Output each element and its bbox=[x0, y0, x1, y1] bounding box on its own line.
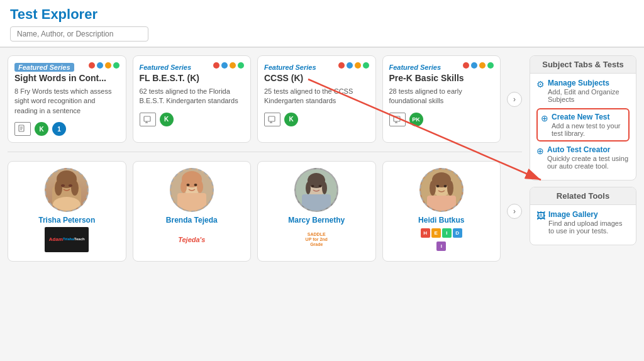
create-new-test-link[interactable]: ⊕ Create New Test Add a new test to your… bbox=[541, 113, 625, 137]
svg-point-31 bbox=[194, 184, 197, 186]
svg-point-38 bbox=[311, 185, 314, 187]
svg-point-39 bbox=[319, 185, 322, 187]
gear-icon: ⚙ bbox=[536, 79, 545, 89]
manage-subjects-label: Manage Subjects bbox=[548, 79, 630, 87]
svg-point-29 bbox=[197, 181, 203, 193]
doc-icon-1 bbox=[14, 122, 31, 136]
auto-test-creator-link[interactable]: ⊕ Auto Test Creator Quickly create a tes… bbox=[536, 145, 630, 170]
svg-point-44 bbox=[430, 181, 436, 196]
card-title-1: Sight Words in Cont... bbox=[14, 73, 119, 83]
badge-k-3: K bbox=[284, 113, 298, 126]
badge-k-2: K bbox=[160, 113, 174, 126]
svg-rect-12 bbox=[394, 116, 400, 121]
person-name-4: Heidi Butkus bbox=[418, 216, 464, 225]
card-title-3: CCSS (K) bbox=[264, 73, 369, 83]
featured-label-1: Featured Series bbox=[14, 63, 74, 72]
person-card-2: Brenda Tejeda Tejeda's bbox=[133, 161, 252, 262]
badge-1-1: 1 bbox=[52, 122, 66, 136]
avatar-trisha bbox=[45, 168, 89, 212]
card-desc-3: 25 tests aligned to the CCSS Kindergarte… bbox=[264, 87, 369, 106]
person-name-2: Brenda Tejeda bbox=[166, 216, 218, 225]
svg-point-24 bbox=[69, 184, 72, 187]
doc-icon-4 bbox=[389, 113, 406, 126]
featured-card-4: Featured Series Pre-K Basic Skills 28 te… bbox=[382, 55, 501, 143]
svg-point-45 bbox=[447, 181, 453, 196]
sidebar: Subject Tabs & Tests ⚙ Manage Subjects A… bbox=[530, 55, 636, 351]
svg-point-28 bbox=[180, 181, 187, 193]
create-new-test-box: ⊕ Create New Test Add a new test to your… bbox=[536, 108, 630, 142]
featured-card-2: Featured Series FL B.E.S.T. (K) 62 tests… bbox=[133, 55, 252, 143]
color-dots-1 bbox=[89, 62, 119, 69]
featured-label-3: Featured Series bbox=[264, 64, 316, 71]
avatar-brenda bbox=[170, 168, 214, 212]
person-name-3: Marcy Bernethy bbox=[288, 216, 345, 225]
featured-card-1: Featured Series Sight Words in Cont... 8… bbox=[8, 55, 126, 143]
card-title-2: FL B.E.S.T. (K) bbox=[140, 73, 245, 83]
image-gallery-link[interactable]: 🖼 Image Gallery Find and upload images t… bbox=[536, 210, 630, 235]
auto-creator-label: Auto Test Creator bbox=[547, 145, 630, 154]
card-title-4: Pre-K Basic Skills bbox=[389, 73, 494, 83]
svg-rect-9 bbox=[269, 116, 275, 121]
person-card-1: Trisha Peterson Adam Trisha Teach bbox=[8, 161, 126, 262]
color-dots-2 bbox=[213, 62, 244, 69]
doc-icon-3 bbox=[264, 113, 280, 126]
section-divider bbox=[8, 152, 522, 152]
subject-tabs-box: Subject Tabs & Tests ⚙ Manage Subjects A… bbox=[530, 55, 636, 181]
doc-icon-2 bbox=[140, 113, 156, 126]
svg-rect-40 bbox=[302, 194, 331, 211]
carousel-next-button[interactable]: › bbox=[507, 92, 522, 107]
svg-point-37 bbox=[322, 182, 327, 194]
svg-point-30 bbox=[186, 184, 189, 186]
svg-point-21 bbox=[55, 181, 62, 196]
card-footer-1: K 1 bbox=[14, 122, 119, 136]
page-title: Test Explorer bbox=[10, 6, 634, 23]
related-tools-header: Related Tools bbox=[530, 187, 636, 205]
image-gallery-label: Image Gallery bbox=[548, 210, 630, 219]
color-dots-3 bbox=[338, 62, 369, 69]
featured-label-4: Featured Series bbox=[389, 64, 441, 71]
auto-creator-sub: Quickly create a test using our auto cre… bbox=[547, 155, 630, 170]
search-input[interactable] bbox=[10, 26, 148, 42]
person-card-3: Marcy Bernethy SADDLEUP for 2ndGrade bbox=[257, 161, 376, 262]
svg-rect-32 bbox=[177, 193, 206, 211]
featured-label-2: Featured Series bbox=[140, 64, 192, 71]
card-desc-4: 28 tests aligned to early foundational s… bbox=[389, 87, 494, 106]
person-logo-3: SADDLEUP for 2ndGrade bbox=[294, 227, 338, 252]
card-footer-3: K bbox=[264, 113, 369, 126]
person-logo-4: H E I D I bbox=[419, 227, 464, 252]
image-gallery-sub: Find and upload images to use in your te… bbox=[548, 219, 630, 235]
create-test-sub: Add a new test to your test library. bbox=[552, 122, 625, 137]
svg-point-22 bbox=[71, 181, 79, 196]
badge-pk-4: PK bbox=[409, 113, 423, 126]
featured-card-3: Featured Series CCSS (K) 25 tests aligne… bbox=[257, 55, 376, 143]
manage-subjects-link[interactable]: ⚙ Manage Subjects Add, Edit and Organize… bbox=[536, 79, 630, 103]
person-logo-1: Adam Trisha Teach bbox=[45, 227, 89, 252]
card-footer-2: K bbox=[140, 113, 245, 126]
card-desc-1: 8 Fry Words tests which assess sight wor… bbox=[14, 87, 119, 116]
svg-rect-6 bbox=[144, 116, 150, 121]
create-test-label: Create New Test bbox=[552, 113, 625, 121]
related-tools-content: 🖼 Image Gallery Find and upload images t… bbox=[530, 205, 636, 245]
card-footer-4: PK bbox=[389, 113, 494, 126]
svg-point-36 bbox=[306, 182, 311, 194]
person-logo-2: Tejeda's bbox=[170, 227, 214, 252]
image-icon: 🖼 bbox=[536, 211, 545, 221]
plus-circle-icon: ⊕ bbox=[541, 113, 548, 123]
avatar-marcy bbox=[294, 168, 338, 212]
plus-circle-icon-2: ⊕ bbox=[536, 146, 544, 156]
svg-rect-48 bbox=[427, 196, 456, 211]
person-card-4: Heidi Butkus H E I D I bbox=[382, 161, 501, 262]
related-tools-box: Related Tools 🖼 Image Gallery Find and u… bbox=[530, 187, 636, 245]
svg-point-46 bbox=[436, 185, 439, 187]
carousel-next-button-bottom[interactable]: › bbox=[507, 204, 522, 219]
subject-tabs-content: ⚙ Manage Subjects Add, Edit and Organize… bbox=[530, 74, 636, 180]
person-name-1: Trisha Peterson bbox=[38, 216, 95, 225]
color-dots-4 bbox=[463, 62, 494, 69]
svg-point-47 bbox=[443, 185, 447, 187]
avatar-heidi bbox=[419, 168, 464, 212]
subject-tabs-header: Subject Tabs & Tests bbox=[530, 56, 636, 74]
badge-k-1: K bbox=[35, 122, 48, 136]
manage-subjects-sub: Add, Edit and Organize Subjects bbox=[548, 88, 630, 103]
svg-point-23 bbox=[61, 184, 65, 187]
card-desc-2: 62 tests aligned to the Florida B.E.S.T.… bbox=[140, 87, 245, 106]
